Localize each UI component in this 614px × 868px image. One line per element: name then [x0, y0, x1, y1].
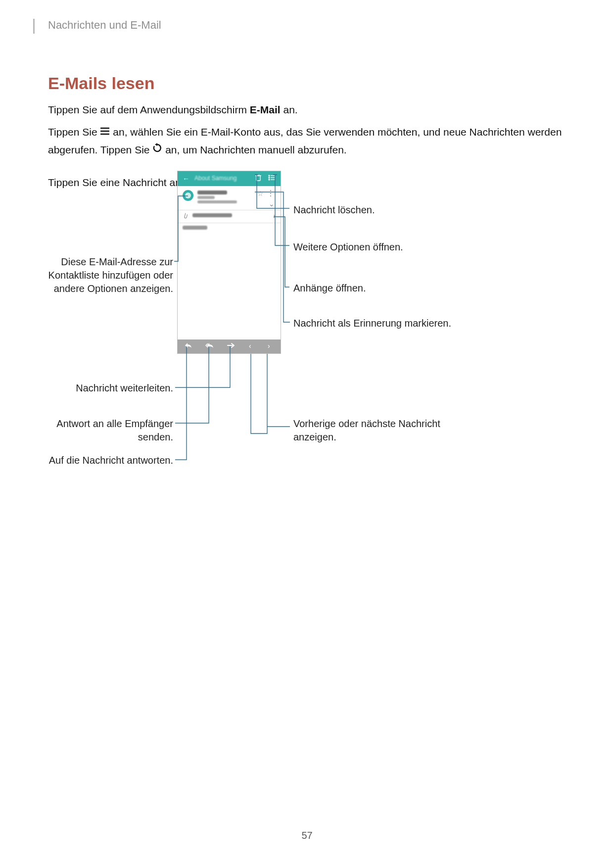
leader-lines [0, 0, 614, 495]
page-number: 57 [0, 830, 614, 841]
